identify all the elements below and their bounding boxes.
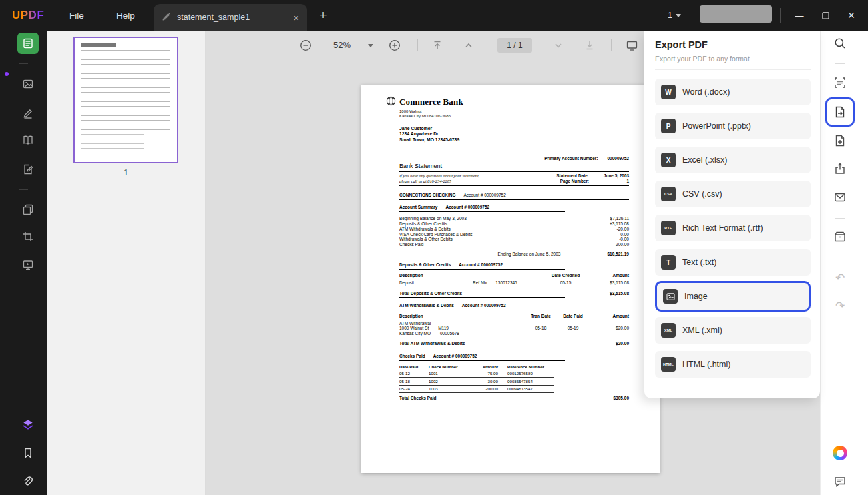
export-format-list: W Word (.docx) P PowerPoint (.pptx) X Ex… — [655, 79, 811, 378]
new-tab-button[interactable]: + — [315, 0, 331, 31]
export-option-powerpoint[interactable]: P PowerPoint (.pptx) — [655, 113, 811, 139]
thumbnails-icon — [22, 37, 34, 49]
image-file-icon — [663, 289, 678, 304]
checks-table: Date Paid Check Number Amount Reference … — [399, 364, 554, 393]
window-minimize-button[interactable]: — — [786, 0, 813, 31]
deposits-table-header: Description Date Credited Amount — [399, 273, 629, 278]
reader-mode-button[interactable] — [17, 129, 39, 151]
atm-total-row: Total ATM Withdrawals & Debits $20.00 — [399, 341, 629, 348]
tab-count-dropdown[interactable]: 1 — [668, 0, 681, 31]
export-option-text[interactable]: T Text (.txt) — [655, 249, 811, 276]
excel-file-icon: X — [661, 153, 676, 167]
updf-ai-logo-icon — [833, 446, 847, 460]
checks-section-heading: Checks Paid Account # 000009752 — [399, 354, 565, 361]
zoom-level[interactable]: 52% — [327, 40, 357, 50]
ai-layers-button[interactable] — [17, 414, 39, 436]
thumbnail-page-number: 1 — [73, 168, 178, 177]
redo-button[interactable]: ↷ — [829, 295, 851, 316]
zoom-out-button[interactable] — [300, 39, 312, 51]
edit-disabled-icon — [162, 12, 171, 23]
image-tool-button[interactable] — [17, 73, 39, 95]
edit-tool-button[interactable] — [17, 159, 39, 180]
organize-pages-button[interactable] — [17, 199, 39, 220]
zoom-in-button[interactable] — [389, 39, 401, 51]
statement-heading: Bank Statement — [399, 163, 629, 170]
ending-balance-row: Ending Balance on June 5, 2003 $10,521.1… — [399, 252, 629, 257]
ocr-button[interactable] — [829, 72, 851, 93]
presentation-mode-button[interactable] — [626, 39, 638, 52]
share-button[interactable] — [829, 158, 851, 179]
chevron-down-icon — [676, 14, 681, 17]
bookmark-button[interactable] — [17, 442, 39, 464]
last-page-button[interactable] — [584, 39, 596, 51]
previous-page-button[interactable] — [463, 39, 475, 51]
export-option-xml[interactable]: XML XML (.xml) — [655, 317, 811, 344]
tab-count-value: 1 — [668, 11, 672, 20]
deposits-total-row: Total Deposits & Other Credits $3,615.08 — [399, 291, 629, 298]
export-pdf-button[interactable] — [829, 101, 851, 123]
toolbar-divider — [611, 39, 612, 51]
export-panel-subtitle: Export your PDF to any format — [655, 55, 811, 70]
reader-icon — [22, 134, 34, 146]
slideshow-icon — [22, 259, 34, 271]
first-page-button[interactable] — [431, 39, 443, 51]
left-toolbar — [0, 31, 47, 495]
menu-help[interactable]: Help — [116, 0, 135, 31]
export-option-excel[interactable]: X Excel (.xlsx) — [655, 147, 811, 173]
search-icon — [833, 37, 847, 50]
deposit-row: Deposit Ref Nbr:130012345 05-15 $3,615.0… — [399, 280, 629, 288]
csv-file-icon: CSV — [661, 187, 676, 201]
pdf-page: Commerce Bank 1000 Walnut Kansas City MO… — [361, 85, 660, 473]
next-page-button[interactable] — [552, 39, 564, 51]
annotation-tool-button[interactable] — [17, 103, 39, 124]
tab-close-icon[interactable]: × — [293, 13, 299, 23]
image-tool-icon — [22, 78, 34, 90]
page-indicator[interactable]: 1 / 1 — [497, 38, 532, 53]
xml-file-icon: XML — [661, 323, 676, 338]
text-file-icon: T — [661, 255, 676, 270]
archive-button[interactable] — [829, 226, 851, 248]
rtf-file-icon: RTF — [661, 221, 676, 235]
export-option-csv[interactable]: CSV CSV (.csv) — [655, 181, 811, 207]
crop-tool-button[interactable] — [17, 226, 39, 248]
checks-total-row: Total Checks Paid $305.00 — [399, 396, 629, 401]
undo-button[interactable]: ↶ — [829, 267, 851, 288]
export-option-label: CSV (.csv) — [682, 189, 722, 199]
email-button[interactable] — [829, 187, 851, 208]
document-tab[interactable]: statement_sample1 × — [154, 4, 307, 31]
updf-ai-button[interactable] — [829, 442, 851, 464]
thumbnails-tool-button[interactable] — [17, 33, 39, 54]
slideshow-tool-button[interactable] — [17, 254, 39, 276]
word-file-icon: W — [661, 85, 676, 99]
export-icon — [833, 105, 847, 119]
feedback-chat-button[interactable] — [829, 471, 851, 492]
account-summary-rows: Beginning Balance on May 3, 2003$7,126.1… — [399, 216, 629, 248]
export-option-label: Excel (.xlsx) — [682, 155, 727, 165]
export-option-html[interactable]: HTML HTML (.html) — [655, 351, 811, 378]
export-pdf-panel: Export PDF Export your PDF to any format… — [644, 31, 820, 398]
export-panel-title: Export PDF — [655, 31, 811, 50]
check-row: 05-24 1003 200.00 00094613547 — [399, 386, 554, 393]
deposits-section-heading: Deposits & Other Credits Account # 00000… — [399, 262, 565, 270]
titlebar-placeholder-button[interactable] — [700, 5, 772, 23]
toolbar-divider — [417, 39, 418, 51]
primary-account-row: Primary Account Number: 000009752 — [399, 156, 629, 161]
export-option-word[interactable]: W Word (.docx) — [655, 79, 811, 105]
export-option-image[interactable]: Image — [655, 281, 811, 312]
window-maximize-button[interactable] — [812, 0, 839, 31]
annotation-icon — [22, 107, 34, 119]
checking-section-heading: CONNECTIONS CHECKING Account # 000009752 — [399, 193, 629, 200]
page-plus-icon — [833, 134, 847, 147]
attachment-icon — [22, 476, 34, 488]
window-close-button[interactable]: × — [838, 0, 865, 31]
atm-table-header: Description Tran Date Date Paid Amount — [399, 314, 629, 319]
export-option-rtf[interactable]: RTF Rich Text Format (.rtf) — [655, 215, 811, 241]
page-thumbnail[interactable] — [73, 37, 178, 163]
powerpoint-file-icon: P — [661, 119, 676, 133]
zoom-dropdown-caret[interactable] — [368, 44, 373, 47]
ocr-icon — [833, 76, 847, 89]
create-page-button[interactable] — [829, 130, 851, 151]
search-button[interactable] — [829, 33, 851, 54]
attachment-button[interactable] — [17, 471, 39, 492]
menu-file[interactable]: File — [69, 0, 84, 31]
